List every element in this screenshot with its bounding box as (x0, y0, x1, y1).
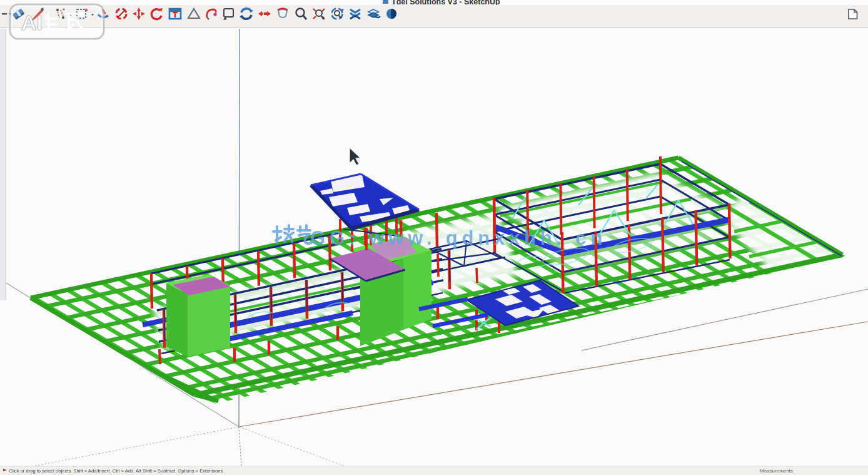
svg-text:GG: www. qdnxxhh. cn: GG: www. qdnxxhh. cn (310, 227, 607, 249)
svg-text:AI: AI (21, 11, 43, 34)
svg-text:Click or drag to select object: Click or drag to select objects. Shift =… (9, 468, 223, 474)
svg-text:Measurements: Measurements (760, 468, 793, 474)
